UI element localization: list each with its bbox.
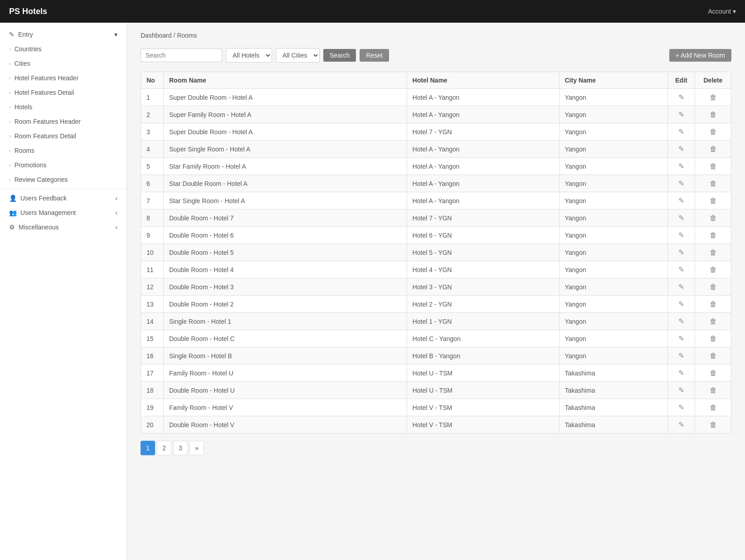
search-button[interactable]: Search xyxy=(323,49,356,62)
table-row: 8 Double Room - Hotel 7 Hotel 7 - YGN Ya… xyxy=(141,209,731,227)
edit-icon[interactable]: ✎ xyxy=(678,266,684,273)
col-header-delete: Delete xyxy=(695,72,731,89)
sidebar-users-feedback[interactable]: 👤 Users Feedback ‹ xyxy=(0,191,127,205)
sidebar-item-hotels[interactable]: › Hotels xyxy=(0,100,127,114)
countries-arrow-icon: › xyxy=(9,46,11,52)
edit-icon[interactable]: ✎ xyxy=(678,197,684,205)
delete-icon[interactable]: 🗑 xyxy=(710,369,717,377)
account-menu[interactable]: Account xyxy=(708,8,736,15)
cell-delete: 🗑 xyxy=(695,106,731,123)
delete-icon[interactable]: 🗑 xyxy=(710,300,717,308)
edit-icon[interactable]: ✎ xyxy=(678,404,684,411)
page-button[interactable]: 1 xyxy=(141,441,155,455)
cell-no: 3 xyxy=(141,123,164,141)
delete-icon[interactable]: 🗑 xyxy=(710,335,717,342)
search-input[interactable] xyxy=(141,49,222,62)
delete-icon[interactable]: 🗑 xyxy=(710,180,717,187)
room-features-header-arrow-icon: › xyxy=(9,119,11,124)
hotel-filter-select[interactable]: All Hotels xyxy=(226,48,272,63)
cell-city: Yangon xyxy=(559,175,668,192)
sidebar-item-room-features-header[interactable]: › Room Features Header xyxy=(0,114,127,129)
sidebar-miscellaneous[interactable]: ⚙ Miscellaneous ‹ xyxy=(0,220,127,234)
delete-icon[interactable]: 🗑 xyxy=(710,386,717,394)
sidebar-item-label: Review Categories xyxy=(15,176,68,183)
table-row: 14 Single Room - Hotel 1 Hotel 1 - YGN Y… xyxy=(141,313,731,330)
edit-icon[interactable]: ✎ xyxy=(678,111,684,118)
edit-icon[interactable]: ✎ xyxy=(678,335,684,342)
sidebar-entry-header[interactable]: ✎ Entry ▾ xyxy=(0,27,127,42)
delete-icon[interactable]: 🗑 xyxy=(710,128,717,136)
edit-icon[interactable]: ✎ xyxy=(678,369,684,377)
cell-edit: ✎ xyxy=(668,209,695,227)
delete-icon[interactable]: 🗑 xyxy=(710,421,717,429)
cell-hotel-name: Hotel 6 - YGN xyxy=(407,227,559,244)
cell-hotel-name: Hotel U - TSM xyxy=(407,382,559,399)
edit-icon[interactable]: ✎ xyxy=(678,248,684,256)
edit-icon[interactable]: ✎ xyxy=(678,283,684,291)
delete-icon[interactable]: 🗑 xyxy=(710,352,717,360)
reset-button[interactable]: Reset xyxy=(360,49,389,62)
edit-icon[interactable]: ✎ xyxy=(678,317,684,325)
delete-icon[interactable]: 🗑 xyxy=(710,214,717,222)
edit-icon[interactable]: ✎ xyxy=(678,128,684,136)
edit-icon[interactable]: ✎ xyxy=(678,162,684,170)
edit-icon[interactable]: ✎ xyxy=(678,214,684,222)
cell-no: 18 xyxy=(141,382,164,399)
edit-icon[interactable]: ✎ xyxy=(678,352,684,360)
delete-icon[interactable]: 🗑 xyxy=(710,162,717,170)
breadcrumb: Dashboard / Rooms xyxy=(141,32,731,39)
breadcrumb-home[interactable]: Dashboard xyxy=(141,32,172,39)
users-management-chevron-icon: ‹ xyxy=(115,209,117,216)
edit-icon[interactable]: ✎ xyxy=(678,386,684,394)
delete-icon[interactable]: 🗑 xyxy=(710,111,717,118)
edit-icon[interactable]: ✎ xyxy=(678,421,684,429)
cell-hotel-name: Hotel A - Yangon xyxy=(407,192,559,209)
cell-no: 14 xyxy=(141,313,164,330)
delete-icon[interactable]: 🗑 xyxy=(710,266,717,273)
sidebar-item-hotel-features-header[interactable]: › Hotel Features Header xyxy=(0,71,127,85)
add-room-button[interactable]: + Add New Room xyxy=(669,49,731,62)
delete-icon[interactable]: 🗑 xyxy=(710,283,717,291)
delete-icon[interactable]: 🗑 xyxy=(710,197,717,205)
cell-room-name: Star Single Room - Hotel A xyxy=(164,192,407,209)
hotels-arrow-icon: › xyxy=(9,104,11,110)
sidebar-item-promotions[interactable]: › Promotions xyxy=(0,158,127,172)
cell-delete: 🗑 xyxy=(695,399,731,416)
table-row: 13 Double Room - Hotel 2 Hotel 2 - YGN Y… xyxy=(141,296,731,313)
sidebar-item-countries[interactable]: › Countries xyxy=(0,42,127,56)
sidebar-group-label: Users Management xyxy=(20,209,76,216)
delete-icon[interactable]: 🗑 xyxy=(710,404,717,411)
sidebar-item-label: Room Features Detail xyxy=(15,132,76,140)
delete-icon[interactable]: 🗑 xyxy=(710,231,717,239)
page-button[interactable]: » xyxy=(190,441,204,455)
promotions-arrow-icon: › xyxy=(9,162,11,168)
cell-city: Takashima xyxy=(559,399,668,416)
edit-icon[interactable]: ✎ xyxy=(678,300,684,308)
cell-edit: ✎ xyxy=(668,296,695,313)
edit-icon[interactable]: ✎ xyxy=(678,93,684,101)
delete-icon[interactable]: 🗑 xyxy=(710,145,717,153)
edit-icon[interactable]: ✎ xyxy=(678,145,684,153)
cell-edit: ✎ xyxy=(668,175,695,192)
edit-icon[interactable]: ✎ xyxy=(678,180,684,187)
cell-delete: 🗑 xyxy=(695,244,731,261)
cell-city: Yangon xyxy=(559,192,668,209)
delete-icon[interactable]: 🗑 xyxy=(710,93,717,101)
city-filter-select[interactable]: All Cities xyxy=(276,48,320,63)
cell-no: 7 xyxy=(141,192,164,209)
sidebar-item-cities[interactable]: › Cities xyxy=(0,56,127,71)
sidebar-item-rooms[interactable]: › Rooms xyxy=(0,143,127,158)
delete-icon[interactable]: 🗑 xyxy=(710,248,717,256)
sidebar-group-label: Miscellaneous xyxy=(19,224,59,231)
sidebar-item-hotel-features-detail[interactable]: › Hotel Features Detail xyxy=(0,85,127,100)
edit-icon[interactable]: ✎ xyxy=(678,231,684,239)
page-button[interactable]: 3 xyxy=(173,441,188,455)
sidebar-item-review-categories[interactable]: › Review Categories xyxy=(0,172,127,187)
cell-no: 16 xyxy=(141,347,164,365)
sidebar-item-room-features-detail[interactable]: › Room Features Detail xyxy=(0,129,127,143)
delete-icon[interactable]: 🗑 xyxy=(710,317,717,325)
sidebar-users-management[interactable]: 👥 Users Management ‹ xyxy=(0,205,127,220)
col-header-edit: Edit xyxy=(668,72,695,89)
page-button[interactable]: 2 xyxy=(157,441,171,455)
cell-hotel-name: Hotel 4 - YGN xyxy=(407,261,559,278)
